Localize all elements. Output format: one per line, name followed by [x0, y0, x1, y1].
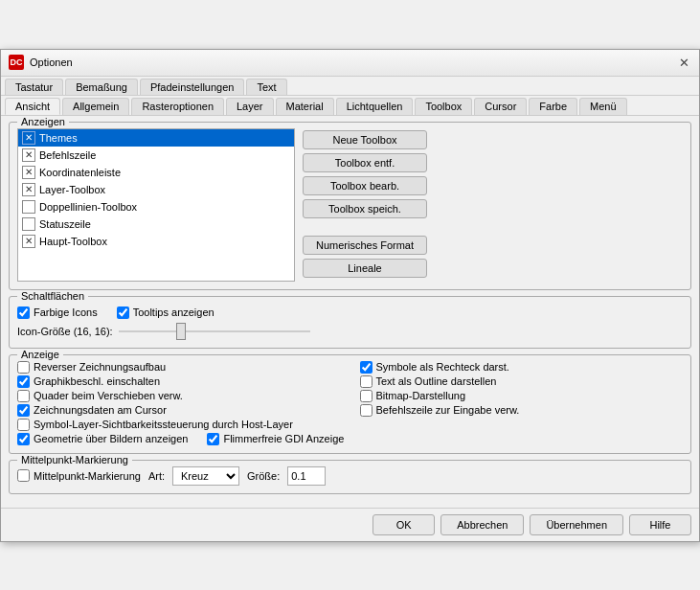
ok-button[interactable]: OK: [373, 514, 435, 535]
tooltips-input[interactable]: [117, 306, 129, 319]
groesse-input[interactable]: [287, 466, 326, 486]
tab-menue[interactable]: Menü: [579, 98, 627, 115]
tab-material[interactable]: Material: [276, 98, 334, 115]
tab-rasteroptionen[interactable]: Rasteroptionen: [131, 98, 224, 115]
list-item-haupt-toolbox[interactable]: ✕ Haupt-Toolbox: [18, 233, 294, 250]
bitmap-checkbox[interactable]: Bitmap-Darstellung: [360, 390, 684, 402]
tab-layer[interactable]: Layer: [226, 98, 274, 115]
anzeige-options-grid: Reverser Zeichnungsaufbau Symbole als Re…: [17, 361, 683, 431]
tab-lichtquellen[interactable]: Lichtquellen: [336, 98, 414, 115]
label-layer-toolbox: Layer-Toolbox: [39, 184, 105, 195]
slider-thumb[interactable]: [176, 323, 186, 340]
list-item-doppellinien[interactable]: Doppellinien-Toolbox: [18, 198, 294, 216]
numerisches-format-button[interactable]: Numerisches Format: [303, 236, 427, 255]
text-outline-input[interactable]: [360, 375, 373, 388]
mittelpunkt-text: Mittelpunkt-Markierung: [34, 470, 141, 482]
tooltips-checkbox[interactable]: Tooltips anzeigen: [117, 306, 215, 319]
tab-farbe[interactable]: Farbe: [529, 98, 577, 115]
list-item-statuszeile[interactable]: Statuszeile: [18, 216, 294, 233]
geometrie-input[interactable]: [17, 433, 30, 445]
farbige-icons-input[interactable]: [17, 306, 30, 319]
anzeigen-label: Anzeigen: [17, 116, 69, 127]
list-item-koordinatenleiste[interactable]: ✕ Koordinatenleiste: [18, 164, 294, 181]
icon-groesse-label: Icon-Größe (16, 16):: [17, 326, 113, 337]
slider-track: [119, 330, 310, 332]
list-item-themes[interactable]: ✕ Themes: [18, 129, 294, 147]
list-item-befehlszeile[interactable]: ✕ Befehlszeile: [18, 147, 294, 164]
farbige-icons-checkbox[interactable]: Farbige Icons: [17, 306, 98, 319]
zeichnungsdaten-input[interactable]: [17, 404, 30, 417]
icon-groesse-slider[interactable]: [119, 323, 310, 340]
reverser-text: Reverser Zeichnungsaufbau: [34, 361, 166, 373]
graphikbeschl-input[interactable]: [17, 375, 30, 388]
anzeigen-list[interactable]: ✕ Themes ✕ Befehlszeile ✕ Koordinatenlei…: [17, 128, 295, 282]
tab-cursor[interactable]: Cursor: [474, 98, 527, 115]
window-title: Optionen: [30, 57, 73, 68]
tab-allgemein[interactable]: Allgemein: [62, 98, 129, 115]
quader-input[interactable]: [17, 390, 30, 402]
flimmerfrei-checkbox[interactable]: Flimmerfreie GDI Anzeige: [207, 433, 344, 445]
tab-pfadeinstellungen[interactable]: Pfadeinstellungen: [140, 79, 244, 95]
mittelpunkt-row: Mittelpunkt-Markierung Art: Kreuz Größe:: [17, 466, 683, 486]
zeichnungsdaten-checkbox[interactable]: Zeichnungsdaten am Cursor: [17, 404, 341, 417]
bitmap-text: Bitmap-Darstellung: [376, 390, 466, 401]
art-label: Art:: [148, 470, 165, 482]
reverser-input[interactable]: [17, 361, 30, 374]
tab-ansicht[interactable]: Ansicht: [5, 98, 60, 115]
options-dialog: DC Optionen ✕ Tastatur Bemaßung Pfadeins…: [0, 49, 700, 542]
anzeige-group: Anzeige Reverser Zeichnungsaufbau Symbol…: [9, 354, 691, 454]
label-koordinatenleiste: Koordinatenleiste: [39, 167, 121, 178]
list-item-layer-toolbox[interactable]: ✕ Layer-Toolbox: [18, 181, 294, 198]
quader-checkbox[interactable]: Quader beim Verschieben verw.: [17, 390, 341, 402]
anzeigen-row: ✕ Themes ✕ Befehlszeile ✕ Koordinatenlei…: [17, 128, 683, 282]
toolbox-entf-button[interactable]: Toolbox entf.: [303, 153, 427, 172]
close-button[interactable]: ✕: [676, 55, 691, 70]
title-bar: DC Optionen ✕: [1, 50, 699, 77]
mittelpunkt-input[interactable]: [17, 469, 30, 482]
label-doppellinien: Doppellinien-Toolbox: [39, 201, 137, 213]
toolbox-bearb-button[interactable]: Toolbox bearb.: [303, 176, 427, 195]
bitmap-input[interactable]: [360, 390, 373, 402]
geometrie-checkbox[interactable]: Geometrie über Bildern anzeigen: [17, 433, 188, 445]
hilfe-button[interactable]: Hilfe: [629, 514, 691, 535]
mittelpunkt-group-label: Mittelpunkt-Markierung: [17, 454, 132, 465]
flimmerfrei-input[interactable]: [207, 433, 219, 445]
check-befehlszeile: ✕: [22, 148, 35, 162]
check-doppellinien: [22, 200, 35, 214]
abbrechen-button[interactable]: Abbrechen: [440, 514, 524, 535]
tab-toolbox[interactable]: Toolbox: [415, 98, 472, 115]
symbol-layer-checkbox[interactable]: Symbol-Layer-Sichtbarkeitssteuerung durc…: [17, 419, 683, 431]
main-content: Anzeigen ✕ Themes ✕ Befehlszeile ✕ Koord…: [1, 116, 699, 508]
label-haupt-toolbox: Haupt-Toolbox: [39, 236, 107, 247]
graphikbeschl-checkbox[interactable]: Graphikbeschl. einschalten: [17, 375, 341, 388]
geometrie-text: Geometrie über Bildern anzeigen: [34, 433, 188, 444]
label-statuszeile: Statuszeile: [39, 218, 91, 230]
symbole-checkbox[interactable]: Symbole als Rechteck darst.: [360, 361, 684, 374]
tab-text[interactable]: Text: [246, 79, 286, 95]
uebernehmen-button[interactable]: Übernehmen: [530, 514, 623, 535]
label-befehlszeile: Befehlszeile: [39, 149, 96, 161]
tab-tastatur[interactable]: Tastatur: [5, 79, 63, 95]
tab-bemasssung[interactable]: Bemaßung: [65, 79, 138, 95]
symbole-text: Symbole als Rechteck darst.: [376, 361, 509, 373]
art-select[interactable]: Kreuz: [172, 466, 239, 486]
bottom-tabs: Ansicht Allgemein Rasteroptionen Layer M…: [1, 96, 699, 115]
befehlszeile-eingabe-checkbox[interactable]: Befehlszeile zur Eingabe verw.: [360, 404, 684, 417]
title-bar-left: DC Optionen: [9, 55, 73, 70]
flimmerfrei-text: Flimmerfreie GDI Anzeige: [223, 433, 344, 444]
tooltips-text: Tooltips anzeigen: [133, 306, 215, 318]
mittelpunkt-checkbox[interactable]: Mittelpunkt-Markierung: [17, 469, 141, 482]
schaltflachen-label: Schaltflächen: [17, 290, 88, 302]
neue-toolbox-button[interactable]: Neue Toolbox: [303, 130, 427, 149]
symbole-input[interactable]: [360, 361, 373, 374]
check-haupt-toolbox: ✕: [22, 235, 35, 248]
text-outline-checkbox[interactable]: Text als Outline darstellen: [360, 375, 684, 388]
befehlszeile-eingabe-input[interactable]: [360, 404, 373, 417]
label-themes: Themes: [39, 132, 78, 144]
lineale-button[interactable]: Lineale: [303, 259, 427, 278]
reverser-checkbox[interactable]: Reverser Zeichnungsaufbau: [17, 361, 341, 374]
check-statuszeile: [22, 217, 35, 231]
symbol-layer-input[interactable]: [17, 419, 30, 431]
check-koordinatenleiste: ✕: [22, 166, 35, 179]
toolbox-speich-button[interactable]: Toolbox speich.: [303, 199, 427, 218]
